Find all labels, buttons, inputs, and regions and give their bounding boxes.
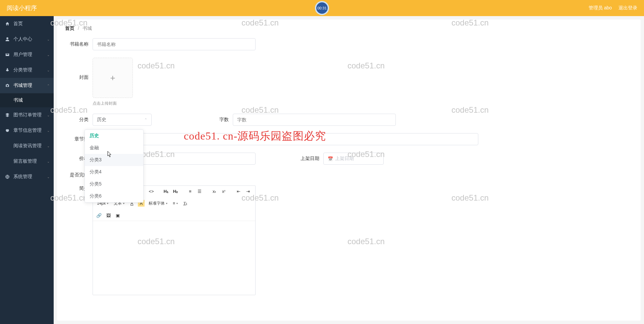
indent-right-button[interactable]: ⇥ (245, 188, 251, 195)
top-header: 阅读小程序 00:31 管理员 abo 退出登录 (0, 0, 644, 16)
sidebar-item-label: 图书订单管理 (13, 112, 42, 118)
sidebar-item-label: 分类管理 (13, 67, 32, 73)
label-book-name: 书籍名称 (65, 41, 89, 47)
globe-icon (5, 174, 10, 179)
cursor-icon (107, 151, 112, 158)
layers-icon (5, 112, 10, 118)
unordered-list-button[interactable]: ☰ (196, 188, 203, 195)
category-dropdown: 历史 金融 分类3 分类4 分类5 分类6 (85, 129, 144, 203)
sidebar-item-label: 系统管理 (13, 174, 32, 180)
sidebar-item-label: 章节信息管理 (13, 127, 42, 133)
mic-icon (5, 67, 10, 73)
sidebar-item-messages[interactable]: 留言板管理 ⌄ (0, 154, 54, 169)
dropdown-option[interactable]: 金融 (85, 142, 143, 154)
calendar-icon: 📅 (328, 156, 333, 161)
sidebar: 首页 个人中心 ⌄ 用户管理 ⌄ 分类管理 ⌄ 书城管理 ⌃ 书城 图书订单管理… (0, 16, 54, 324)
sidebar-item-label: 首页 (13, 21, 23, 27)
video-button[interactable]: ▣ (114, 212, 121, 219)
list-icon (5, 159, 10, 164)
category-value: 历史 (97, 117, 106, 123)
chevron-up-icon: ⌃ (144, 118, 147, 122)
breadcrumb: 首页 / 书城 (57, 19, 641, 35)
h1-button[interactable]: H₁ (163, 188, 169, 195)
sidebar-item-profile[interactable]: 个人中心 ⌄ (0, 32, 54, 47)
cover-upload-hint: 点击上传封面 (93, 101, 133, 106)
mail-icon (5, 52, 10, 57)
clear-format-button[interactable]: Tx (182, 200, 189, 207)
indent-left-button[interactable]: ⇤ (235, 188, 242, 195)
chevron-down-icon: ⌄ (47, 53, 50, 57)
category-select[interactable]: 历史 ⌃ (93, 114, 152, 126)
breadcrumb-root[interactable]: 首页 (65, 25, 74, 31)
date-placeholder: 上架日期 (335, 156, 354, 162)
sidebar-item-news[interactable]: 阅读资讯管理 ⌄ (0, 138, 54, 154)
chevron-down-icon: ⌄ (47, 38, 50, 41)
sidebar-item-chapters[interactable]: 章节信息管理 ⌄ (0, 123, 54, 138)
app-title: 阅读小程序 (7, 4, 37, 12)
sidebar-item-home[interactable]: 首页 (0, 16, 54, 32)
user-icon (5, 37, 10, 42)
logout-button[interactable]: 退出登录 (619, 5, 637, 11)
code-button[interactable]: <> (148, 188, 155, 195)
dropdown-option[interactable]: 历史 (85, 130, 143, 142)
main-panel: 首页 / 书城 书籍名称 封面 + 点击上传封面 分类 (57, 19, 641, 321)
sidebar-item-label: 留言板管理 (13, 158, 37, 164)
chevron-down-icon: ⌄ (47, 113, 50, 117)
sidebar-subitem-bookstore[interactable]: 书城 (0, 93, 54, 107)
sidebar-item-users[interactable]: 用户管理 ⌄ (0, 47, 54, 62)
label-cover: 封面 (65, 58, 89, 80)
sidebar-item-label: 阅读资讯管理 (13, 143, 42, 149)
align-select[interactable]: ≡▾ (171, 201, 179, 206)
subscript-button[interactable]: x₂ (211, 188, 218, 195)
cover-upload[interactable]: + (93, 58, 133, 98)
chevron-down-icon: ⌄ (47, 129, 50, 132)
dropdown-option[interactable]: 分类4 (85, 166, 143, 178)
label-release-date: 上架日期 (292, 156, 319, 162)
chevron-down-icon: ⌄ (47, 160, 50, 163)
form: 书籍名称 封面 + 点击上传封面 分类 历史 ⌃ 字 (57, 35, 641, 306)
sidebar-item-orders[interactable]: 图书订单管理 ⌄ (0, 107, 54, 123)
dropdown-option[interactable]: 分类6 (85, 190, 143, 202)
chevron-down-icon: ⌄ (47, 144, 50, 148)
sidebar-item-books[interactable]: 书城管理 ⌃ (0, 78, 54, 93)
dropdown-option[interactable]: 分类3 (85, 154, 143, 166)
superscript-button[interactable]: x² (220, 188, 227, 195)
camera-icon (5, 83, 10, 88)
list-icon (5, 143, 10, 149)
book-name-input[interactable] (93, 38, 256, 50)
chapter-count-input[interactable] (93, 133, 478, 145)
chevron-down-icon: ⌄ (47, 68, 50, 72)
chevron-down-icon: ⌄ (47, 175, 50, 179)
h2-button[interactable]: H₂ (172, 188, 179, 195)
sidebar-item-label: 书城管理 (13, 83, 32, 89)
ordered-list-button[interactable]: ≡ (187, 188, 194, 195)
sidebar-item-system[interactable]: 系统管理 ⌄ (0, 169, 54, 184)
sidebar-item-label: 个人中心 (13, 36, 32, 42)
label-word-count: 字数 (205, 117, 229, 123)
home-icon (5, 21, 10, 26)
plus-icon: + (110, 73, 115, 83)
editor-body[interactable] (93, 221, 255, 295)
release-date-input[interactable]: 📅 上架日期 (323, 153, 384, 165)
sidebar-item-categories[interactable]: 分类管理 ⌄ (0, 62, 54, 78)
word-count-input[interactable] (233, 114, 396, 126)
sidebar-item-label: 用户管理 (13, 52, 32, 58)
link-button[interactable]: 🔗 (96, 212, 102, 219)
power-icon (5, 128, 10, 133)
breadcrumb-current: 书城 (83, 25, 92, 31)
chevron-up-icon: ⌃ (47, 84, 50, 88)
font-family-select[interactable]: 标准字体▾ (147, 201, 169, 206)
image-button[interactable]: 🖼 (105, 212, 112, 219)
label-category: 分类 (65, 117, 89, 123)
admin-label[interactable]: 管理员 abo (589, 5, 612, 11)
dropdown-option[interactable]: 分类5 (85, 178, 143, 190)
breadcrumb-sep: / (78, 25, 79, 31)
header-right: 管理员 abo 退出登录 (589, 5, 637, 11)
timer-badge: 00:31 (315, 1, 329, 15)
